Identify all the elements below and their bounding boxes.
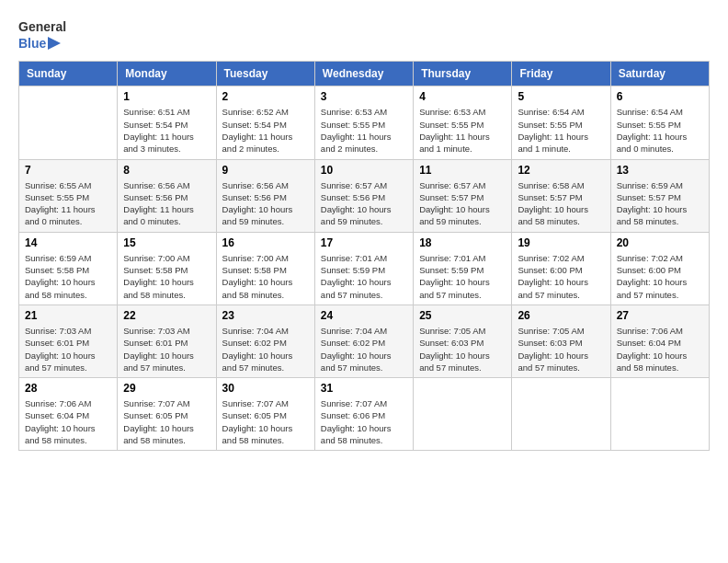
calendar-cell: 2Sunrise: 6:52 AMSunset: 5:54 PMDaylight…	[216, 86, 314, 159]
calendar-cell: 22Sunrise: 7:03 AMSunset: 6:01 PMDayligh…	[118, 304, 216, 377]
day-number: 20	[617, 236, 703, 249]
day-number: 10	[321, 164, 407, 177]
day-number: 21	[25, 309, 111, 322]
calendar-cell: 27Sunrise: 7:06 AMSunset: 6:04 PMDayligh…	[610, 304, 709, 377]
calendar-week-row: 21Sunrise: 7:03 AMSunset: 6:01 PMDayligh…	[19, 304, 710, 377]
day-number: 27	[617, 309, 703, 322]
calendar-cell: 9Sunrise: 6:56 AMSunset: 5:56 PMDaylight…	[216, 159, 314, 232]
calendar-cell: 12Sunrise: 6:58 AMSunset: 5:57 PMDayligh…	[512, 159, 610, 232]
day-info: Sunrise: 6:52 AMSunset: 5:54 PMDaylight:…	[222, 106, 309, 155]
calendar-cell: 30Sunrise: 7:07 AMSunset: 6:05 PMDayligh…	[216, 378, 314, 451]
calendar-cell: 24Sunrise: 7:04 AMSunset: 6:02 PMDayligh…	[314, 304, 413, 377]
day-number: 23	[222, 309, 309, 322]
day-number: 11	[419, 164, 506, 177]
day-number: 15	[123, 236, 210, 249]
weekday-header: Thursday	[414, 62, 512, 86]
day-number: 24	[321, 309, 407, 322]
day-number: 26	[518, 309, 604, 322]
day-info: Sunrise: 7:02 AMSunset: 6:00 PMDaylight:…	[617, 252, 703, 301]
header: General Blue	[18, 18, 710, 52]
weekday-header: Wednesday	[314, 62, 413, 86]
day-info: Sunrise: 6:56 AMSunset: 5:56 PMDaylight:…	[123, 179, 210, 228]
day-number: 19	[518, 236, 604, 249]
calendar-cell: 7Sunrise: 6:55 AMSunset: 5:55 PMDaylight…	[19, 159, 118, 232]
day-number: 30	[222, 382, 309, 395]
day-number: 22	[123, 309, 210, 322]
day-number: 6	[617, 90, 703, 103]
calendar-cell: 10Sunrise: 6:57 AMSunset: 5:56 PMDayligh…	[314, 159, 413, 232]
day-number: 13	[617, 164, 703, 177]
calendar-cell	[512, 378, 610, 451]
day-number: 3	[321, 90, 407, 103]
day-number: 2	[222, 90, 309, 103]
weekday-header: Tuesday	[216, 62, 314, 86]
day-number: 28	[25, 382, 111, 395]
calendar-cell: 29Sunrise: 7:07 AMSunset: 6:05 PMDayligh…	[118, 378, 216, 451]
calendar-cell: 26Sunrise: 7:05 AMSunset: 6:03 PMDayligh…	[512, 304, 610, 377]
calendar-cell: 4Sunrise: 6:53 AMSunset: 5:55 PMDaylight…	[414, 86, 512, 159]
day-info: Sunrise: 6:57 AMSunset: 5:57 PMDaylight:…	[419, 179, 506, 228]
day-info: Sunrise: 7:07 AMSunset: 6:06 PMDaylight:…	[321, 397, 407, 446]
calendar-week-row: 1Sunrise: 6:51 AMSunset: 5:54 PMDaylight…	[19, 86, 710, 159]
calendar-week-row: 28Sunrise: 7:06 AMSunset: 6:04 PMDayligh…	[19, 378, 710, 451]
calendar-cell: 11Sunrise: 6:57 AMSunset: 5:57 PMDayligh…	[414, 159, 512, 232]
calendar-cell: 31Sunrise: 7:07 AMSunset: 6:06 PMDayligh…	[314, 378, 413, 451]
calendar-cell: 15Sunrise: 7:00 AMSunset: 5:58 PMDayligh…	[118, 232, 216, 304]
calendar-cell	[610, 378, 709, 451]
calendar-cell	[414, 378, 512, 451]
day-info: Sunrise: 6:59 AMSunset: 5:58 PMDaylight:…	[25, 252, 111, 301]
calendar-cell: 20Sunrise: 7:02 AMSunset: 6:00 PMDayligh…	[610, 232, 709, 304]
logo: General Blue	[18, 18, 66, 52]
calendar-cell: 28Sunrise: 7:06 AMSunset: 6:04 PMDayligh…	[19, 378, 118, 451]
day-info: Sunrise: 6:58 AMSunset: 5:57 PMDaylight:…	[518, 179, 604, 228]
logo-text: General Blue	[18, 18, 66, 52]
calendar-cell: 6Sunrise: 6:54 AMSunset: 5:55 PMDaylight…	[610, 86, 709, 159]
calendar-cell: 19Sunrise: 7:02 AMSunset: 6:00 PMDayligh…	[512, 232, 610, 304]
day-info: Sunrise: 6:57 AMSunset: 5:56 PMDaylight:…	[321, 179, 407, 228]
day-info: Sunrise: 7:07 AMSunset: 6:05 PMDaylight:…	[123, 397, 210, 446]
weekday-header: Sunday	[19, 62, 118, 86]
calendar-cell: 21Sunrise: 7:03 AMSunset: 6:01 PMDayligh…	[19, 304, 118, 377]
calendar-week-row: 7Sunrise: 6:55 AMSunset: 5:55 PMDaylight…	[19, 159, 710, 232]
day-info: Sunrise: 7:03 AMSunset: 6:01 PMDaylight:…	[123, 325, 210, 373]
calendar-cell	[19, 86, 118, 159]
calendar-cell: 16Sunrise: 7:00 AMSunset: 5:58 PMDayligh…	[216, 232, 314, 304]
calendar-cell: 14Sunrise: 6:59 AMSunset: 5:58 PMDayligh…	[19, 232, 118, 304]
day-number: 1	[123, 90, 210, 103]
calendar-cell: 5Sunrise: 6:54 AMSunset: 5:55 PMDaylight…	[512, 86, 610, 159]
calendar-table: SundayMondayTuesdayWednesdayThursdayFrid…	[18, 61, 710, 451]
day-info: Sunrise: 7:06 AMSunset: 6:04 PMDaylight:…	[617, 325, 703, 373]
day-info: Sunrise: 6:53 AMSunset: 5:55 PMDaylight:…	[419, 106, 506, 155]
calendar-cell: 1Sunrise: 6:51 AMSunset: 5:54 PMDaylight…	[118, 86, 216, 159]
calendar-header-row: SundayMondayTuesdayWednesdayThursdayFrid…	[19, 62, 710, 86]
weekday-header: Saturday	[610, 62, 709, 86]
day-info: Sunrise: 7:07 AMSunset: 6:05 PMDaylight:…	[222, 397, 309, 446]
calendar-cell: 8Sunrise: 6:56 AMSunset: 5:56 PMDaylight…	[118, 159, 216, 232]
weekday-header: Monday	[118, 62, 216, 86]
day-number: 5	[518, 90, 604, 103]
day-number: 9	[222, 164, 309, 177]
day-number: 16	[222, 236, 309, 249]
day-info: Sunrise: 7:01 AMSunset: 5:59 PMDaylight:…	[321, 252, 407, 301]
day-number: 31	[321, 382, 407, 395]
weekday-header: Friday	[512, 62, 610, 86]
day-info: Sunrise: 6:56 AMSunset: 5:56 PMDaylight:…	[222, 179, 309, 228]
day-number: 25	[419, 309, 506, 322]
day-info: Sunrise: 6:59 AMSunset: 5:57 PMDaylight:…	[617, 179, 703, 228]
day-number: 4	[419, 90, 506, 103]
day-info: Sunrise: 7:00 AMSunset: 5:58 PMDaylight:…	[123, 252, 210, 301]
day-info: Sunrise: 6:51 AMSunset: 5:54 PMDaylight:…	[123, 106, 210, 155]
day-info: Sunrise: 7:03 AMSunset: 6:01 PMDaylight:…	[25, 325, 111, 373]
day-info: Sunrise: 6:54 AMSunset: 5:55 PMDaylight:…	[617, 106, 703, 155]
calendar-cell: 3Sunrise: 6:53 AMSunset: 5:55 PMDaylight…	[314, 86, 413, 159]
day-info: Sunrise: 6:53 AMSunset: 5:55 PMDaylight:…	[321, 106, 407, 155]
calendar-cell: 13Sunrise: 6:59 AMSunset: 5:57 PMDayligh…	[610, 159, 709, 232]
day-info: Sunrise: 7:06 AMSunset: 6:04 PMDaylight:…	[25, 397, 111, 446]
day-number: 14	[25, 236, 111, 249]
day-number: 17	[321, 236, 407, 249]
day-info: Sunrise: 7:01 AMSunset: 5:59 PMDaylight:…	[419, 252, 506, 301]
svg-marker-0	[48, 37, 61, 50]
day-info: Sunrise: 7:04 AMSunset: 6:02 PMDaylight:…	[222, 325, 309, 373]
day-info: Sunrise: 7:05 AMSunset: 6:03 PMDaylight:…	[518, 325, 604, 373]
day-number: 8	[123, 164, 210, 177]
